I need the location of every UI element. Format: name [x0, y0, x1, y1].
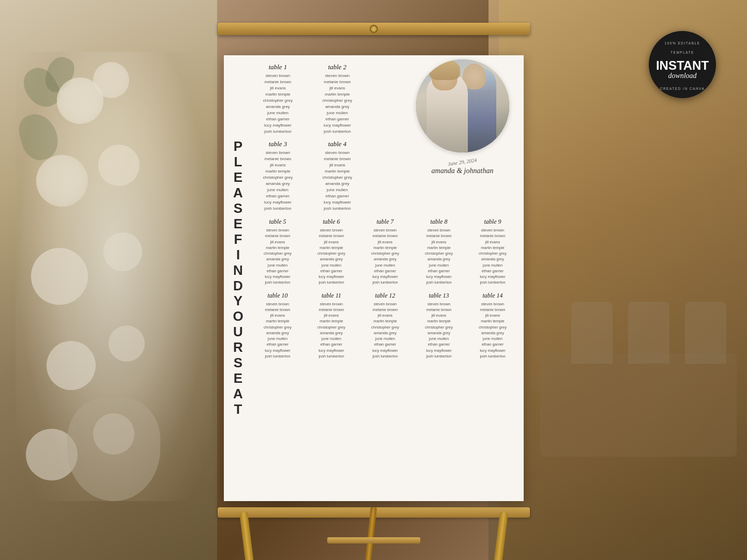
- couple-name: amanda & johnathan: [406, 167, 520, 175]
- table-14-guests: steven brownmelanie brownjill evansmarti…: [467, 301, 519, 360]
- table-11-section: table 11 steven brownmelanie brownjill e…: [306, 292, 357, 360]
- table-3-guests: steven brownmelanie brownjill evansmarti…: [252, 150, 304, 212]
- table-11-guests: steven brownmelanie brownjill evansmarti…: [306, 301, 357, 360]
- table-1-title: table 1: [252, 63, 304, 71]
- badge-bottom-text: CREATED IN CANVA: [660, 87, 705, 90]
- letter-S: S: [234, 201, 243, 216]
- letter-E2: E: [234, 371, 243, 386]
- table-13-section: table 13 steven brownmelanie brownjill e…: [414, 292, 465, 360]
- couple-photo: [416, 59, 509, 152]
- table-8-title: table 8: [414, 218, 465, 226]
- table-4-section: table 4 steven brownmelanie brownjill ev…: [312, 140, 363, 212]
- letter-I: I: [236, 247, 241, 263]
- photo-section: June 29, 2024 amanda & johnathan: [406, 59, 520, 175]
- letter-A2: A: [233, 386, 244, 402]
- letter-P: P: [234, 139, 243, 154]
- letter-U: U: [233, 324, 244, 340]
- letter-E: E: [234, 216, 243, 232]
- instant-download-badge: 100% EDITABLE TEMPLATE INSTANT download …: [649, 31, 716, 98]
- table-8-section: table 8 steven brownmelanie brownjill ev…: [414, 218, 465, 286]
- badge-instant-label: INSTANT: [656, 59, 709, 72]
- table-9-section: table 9 steven brownmelanie brownjill ev…: [467, 218, 519, 286]
- table-10-title: table 10: [252, 292, 303, 300]
- table-6-guests: steven brownmelanie brownjill evansmarti…: [306, 227, 357, 286]
- table-11-title: table 11: [306, 292, 357, 300]
- badge-download-label: download: [668, 72, 696, 80]
- table-6-section: table 6 steven brownmelanie brownjill ev…: [306, 218, 357, 286]
- table-12-title: table 12: [360, 292, 411, 300]
- wedding-date: June 29, 2024: [448, 157, 477, 167]
- table-4-title: table 4: [312, 140, 363, 148]
- sign-board: P L E A S E F I N D Y O U R S E A T: [224, 55, 524, 501]
- table-5-guests: steven brownmelanie brownjill evansmarti…: [252, 227, 303, 286]
- couple-silhouette: [416, 59, 509, 152]
- letter-S2: S: [234, 355, 243, 371]
- letter-D: D: [233, 278, 244, 294]
- table-4-guests: steven brownmelanie brownjill evansmarti…: [312, 150, 363, 212]
- letter-E: E: [234, 170, 243, 185]
- badge-top-text: 100% EDITABLE TEMPLATE: [665, 41, 700, 54]
- letter-L: L: [234, 154, 243, 170]
- table-10-section: table 10 steven brownmelanie brownjill e…: [252, 292, 303, 360]
- letter-N: N: [233, 263, 244, 278]
- table-1-guests: steven brownmelanie brownjill evansmarti…: [252, 73, 304, 135]
- table-13-guests: steven brownmelanie brownjill evansmarti…: [414, 301, 465, 360]
- table-2-title: table 2: [312, 63, 363, 71]
- table-10-guests: steven brownmelanie brownjill evansmarti…: [252, 301, 303, 360]
- easel-frame: P L E A S E F I N D Y O U R S E A T: [208, 32, 539, 528]
- letter-R: R: [233, 340, 244, 355]
- table-14-title: table 14: [467, 292, 519, 300]
- table-13-title: table 13: [414, 292, 465, 300]
- easel-top-rail: [218, 23, 530, 35]
- table-2-guests: steven brownmelanie brownjill evansmarti…: [312, 73, 363, 135]
- table-12-guests: steven brownmelanie brownjill evansmarti…: [360, 301, 411, 360]
- table-7-section: table 7 steven brownmelanie brownjill ev…: [360, 218, 411, 286]
- letter-Y: Y: [234, 293, 243, 309]
- letter-A: A: [233, 185, 244, 201]
- letter-T: T: [234, 402, 243, 417]
- table-2-section: table 2 steven brownmelanie brownjill ev…: [312, 63, 363, 135]
- table-1-section: table 1 steven brownmelanie brownjill ev…: [252, 63, 304, 135]
- table-9-guests: steven brownmelanie brownjill evansmarti…: [467, 227, 519, 286]
- table-14-section: table 14 steven brownmelanie brownjill e…: [467, 292, 519, 360]
- table-6-title: table 6: [306, 218, 357, 226]
- sign-content: June 29, 2024 amanda & johnathan table 1…: [250, 55, 524, 501]
- table-5-title: table 5: [252, 218, 303, 226]
- table-7-title: table 7: [360, 218, 411, 226]
- letter-O: O: [233, 309, 244, 324]
- table-3-title: table 3: [252, 140, 304, 148]
- vertical-text-container: P L E A S E F I N D Y O U R S E A T: [228, 55, 250, 501]
- table-8-guests: steven brownmelanie brownjill evansmarti…: [414, 227, 465, 286]
- roses-decoration: [16, 52, 212, 501]
- table-7-guests: steven brownmelanie brownjill evansmarti…: [360, 227, 411, 286]
- table-12-section: table 12 steven brownmelanie brownjill e…: [360, 292, 411, 360]
- tables-row-3: table 5 steven brownmelanie brownjill ev…: [252, 218, 519, 286]
- table-9-title: table 9: [467, 218, 519, 226]
- tables-row-4: table 10 steven brownmelanie brownjill e…: [252, 292, 519, 360]
- table-5-section: table 5 steven brownmelanie brownjill ev…: [252, 218, 303, 286]
- table-3-section: table 3 steven brownmelanie brownjill ev…: [252, 140, 304, 212]
- easel-cross-brace: [327, 537, 420, 543]
- letter-F: F: [234, 232, 243, 247]
